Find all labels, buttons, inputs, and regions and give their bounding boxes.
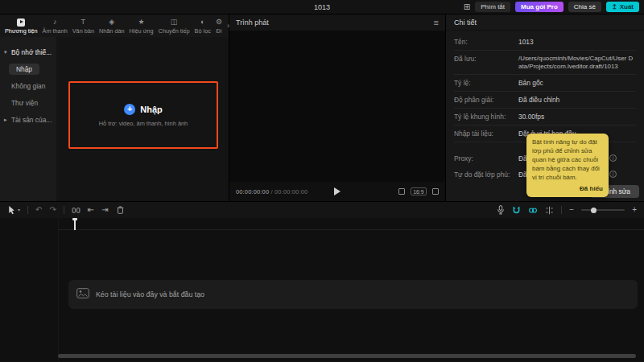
sidebar-item-your-assets[interactable]: ▸ Tài sản của...	[0, 111, 56, 128]
info-icon[interactable]: i	[609, 171, 617, 178]
export-icon: ↥	[612, 2, 617, 12]
select-tool-button[interactable]: ▾	[7, 205, 20, 215]
details-title: Chi tiết	[454, 19, 477, 27]
tab-effects[interactable]: ★ Hiệu ứng	[127, 18, 156, 35]
capcut-editor-window: 1013 ⊞ Phím tắt Mua gói Pro Chia sẻ ↥ Xu…	[0, 0, 644, 362]
link-toggle-icon[interactable]	[528, 206, 538, 215]
main-area: Phương tiện ♪ Âm thanh T Văn bản ◈ Nhãn …	[0, 14, 644, 201]
player-menu-icon[interactable]: ≡	[434, 19, 439, 27]
export-button[interactable]: ↥ Xuất	[606, 2, 639, 12]
tab-audio[interactable]: ♪ Âm thanh	[40, 18, 70, 35]
tab-stickers[interactable]: ◈ Nhãn dán	[97, 18, 127, 35]
import-hint: Hỗ trợ: video, âm thanh, hình ảnh	[99, 120, 188, 127]
layout-switch-icon[interactable]: ⊞	[464, 3, 470, 11]
titlebar: 1013 ⊞ Phím tắt Mua gói Pro Chia sẻ ↥ Xu…	[0, 0, 644, 14]
timeline-zoom-slider[interactable]	[581, 209, 625, 211]
play-button[interactable]	[331, 185, 344, 198]
delete-left-button[interactable]: ⇤	[88, 206, 94, 214]
text-icon: T	[81, 18, 86, 27]
timeline-ruler[interactable]	[58, 218, 644, 230]
effects-icon: ★	[138, 18, 145, 27]
undo-button[interactable]: ↶	[35, 206, 42, 214]
chevron-down-icon: ▾	[18, 208, 20, 212]
audio-icon: ♪	[53, 18, 57, 27]
redo-button[interactable]: ↷	[49, 206, 56, 214]
plus-icon: +	[124, 104, 135, 115]
zoom-in-button[interactable]: +	[632, 206, 637, 214]
tooltip-dismiss-button[interactable]: Đã hiểu	[532, 184, 603, 193]
tab-text[interactable]: T Văn bản	[70, 18, 97, 35]
share-button[interactable]: Chia sẻ	[568, 2, 601, 12]
caret-right-icon: ▸	[4, 117, 9, 123]
media-panel: Phương tiện ♪ Âm thanh T Văn bản ◈ Nhãn …	[0, 14, 229, 201]
player-viewport	[229, 31, 445, 182]
info-icon[interactable]: i	[609, 154, 617, 162]
media-placeholder-icon	[76, 287, 89, 302]
tab-adjust[interactable]: ⚙ Đi	[213, 18, 225, 35]
transitions-icon: ◫	[171, 18, 178, 27]
import-dropzone[interactable]: + Nhập Hỗ trợ: video, âm thanh, hình ảnh	[68, 81, 218, 149]
play-icon	[334, 187, 341, 195]
split-button[interactable]	[72, 206, 80, 215]
media-content: + Nhập Hỗ trợ: video, âm thanh, hình ảnh	[56, 37, 229, 201]
fullscreen-icon[interactable]	[432, 188, 439, 195]
media-tab-bar: Phương tiện ♪ Âm thanh T Văn bản ◈ Nhãn …	[0, 14, 229, 37]
horizontal-scrollbar[interactable]	[58, 354, 636, 358]
fit-screen-icon[interactable]	[398, 188, 405, 195]
detail-row-name: Tên: 1013	[454, 34, 636, 51]
sticker-icon: ◈	[109, 18, 114, 27]
timeline-tracks[interactable]: Kéo tài liệu vào đây và bắt đầu tạo	[0, 218, 644, 362]
timeline-toolbar: ▾ ↶ ↷ ⇤ ⇥	[0, 202, 644, 218]
timeline-drop-hint: Kéo tài liệu vào đây và bắt đầu tạo	[96, 290, 204, 298]
sidebar-item-import[interactable]: Nhập	[0, 60, 56, 77]
playhead[interactable]	[74, 218, 76, 230]
caret-down-icon: ▾	[4, 49, 9, 56]
media-sidebar: ▾ Bộ nhớ thiế... Nhập Không gian Thư việ…	[0, 37, 56, 201]
buy-pro-button[interactable]: Mua gói Pro	[515, 2, 564, 12]
free-overlay-tooltip: Bật tính năng tự do đặt lớp phủ để chỉnh…	[526, 134, 609, 197]
detail-row-resolution: Độ phân giải: Đã điều chỉnh	[454, 92, 636, 109]
sidebar-item-device-storage[interactable]: ▾ Bộ nhớ thiế...	[0, 43, 56, 60]
preview-axis-toggle-icon[interactable]	[545, 206, 554, 215]
detail-row-framerate: Tỷ lệ khung hình: 30.00fps	[454, 109, 636, 125]
timecode: 00:00:00:00 / 00:00:00:00	[236, 188, 308, 195]
tab-filters[interactable]: ◐ Bộ lọc	[192, 18, 213, 35]
details-panel: Chi tiết Tên: 1013 Đã lưu: /Users/quocmi…	[446, 14, 644, 201]
detail-row-ratio: Tỷ lệ: Bản gốc	[454, 75, 636, 92]
tab-media[interactable]: Phương tiện	[2, 18, 40, 35]
delete-button[interactable]	[116, 205, 125, 215]
aspect-ratio-button[interactable]: 16:9	[411, 187, 427, 195]
adjust-icon: ⚙	[216, 18, 222, 27]
zoom-slider-knob[interactable]	[591, 208, 597, 213]
delete-right-button[interactable]: ⇥	[101, 206, 108, 214]
player-controls: 00:00:00:00 / 00:00:00:00 16:9	[229, 182, 445, 201]
zoom-out-button[interactable]: −	[569, 206, 574, 214]
timeline-dropzone[interactable]: Kéo tài liệu vào đây và bắt đầu tạo	[68, 280, 638, 309]
tab-transitions[interactable]: ◫ Chuyển tiếp	[156, 18, 192, 35]
import-button-label: Nhập	[140, 105, 163, 114]
filters-icon: ◐	[200, 18, 204, 27]
sidebar-item-library[interactable]: Thư viện	[0, 94, 56, 111]
export-label: Xuất	[620, 2, 634, 12]
player-panel: Trình phát ≡ 00:00:00:00 / 00:00:00:00 1…	[229, 14, 446, 201]
voiceover-mic-button[interactable]	[497, 205, 505, 215]
magnet-toggle-icon[interactable]	[512, 206, 521, 215]
shortcuts-button[interactable]: Phím tắt	[475, 2, 510, 12]
tooltip-text: Bật tính năng tự do đặt lớp phủ để chỉnh…	[532, 138, 603, 183]
sidebar-item-space[interactable]: Không gian	[0, 77, 56, 94]
player-title: Trình phát	[236, 19, 269, 27]
detail-row-saved-path: Đã lưu: /Users/quocminh/Movies/CapCut/Us…	[454, 51, 636, 76]
timeline-panel: ▾ ↶ ↷ ⇤ ⇥	[0, 201, 644, 362]
media-icon	[17, 19, 25, 27]
